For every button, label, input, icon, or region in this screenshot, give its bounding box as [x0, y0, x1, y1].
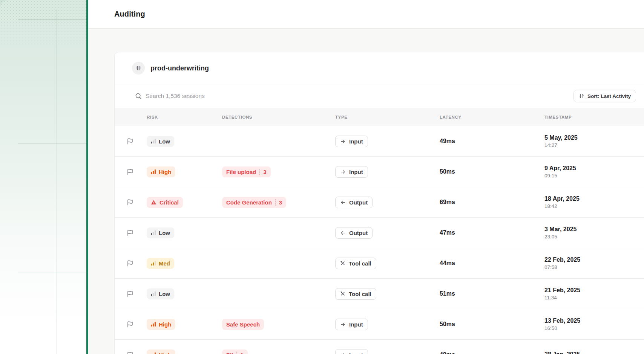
- arrow-right-icon: [340, 352, 346, 354]
- risk-bars-icon: [151, 139, 156, 143]
- detection-badge: Safe Speech: [222, 319, 264, 330]
- timestamp-date: 28 Jan, 2025: [544, 351, 644, 354]
- table-row[interactable]: Critical Code Generation3 Output 69ms 18…: [115, 187, 644, 218]
- latency-value: 49ms: [440, 351, 544, 354]
- latency-value: 69ms: [440, 199, 544, 206]
- timestamp-time: 09:15: [544, 173, 644, 179]
- latency-value: 47ms: [440, 229, 544, 236]
- timestamp-time: 18:42: [544, 203, 644, 209]
- col-detections: Detections: [222, 115, 335, 119]
- type-chip: Output: [335, 197, 373, 208]
- risk-bars-icon: [151, 230, 156, 235]
- risk-badge: Critical: [147, 197, 183, 208]
- sort-button-label: Sort: Last Activity: [587, 93, 631, 99]
- risk-bars-icon: [151, 261, 156, 266]
- detection-badge: Code Generation3: [222, 197, 286, 208]
- flag-button[interactable]: [127, 168, 133, 175]
- timestamp-date: 22 Feb, 2025: [544, 256, 644, 263]
- type-chip: Output: [335, 227, 373, 239]
- arrow-right-icon: [340, 322, 346, 327]
- col-type: Type: [335, 115, 440, 119]
- arrow-left-icon: [340, 200, 346, 205]
- detection-count: 3: [275, 199, 282, 206]
- latency-value: 50ms: [440, 321, 544, 328]
- arrow-left-icon: [340, 230, 346, 236]
- grid-line-horizontal: [18, 143, 86, 144]
- flag-icon: [127, 290, 133, 297]
- flag-icon: [127, 229, 133, 236]
- risk-badge: Med: [147, 258, 174, 269]
- grid-line-vertical: [57, 9, 57, 354]
- main-area: Auditing prod-underwriting: [88, 0, 644, 354]
- flag-button[interactable]: [127, 199, 133, 206]
- timestamp-date: 3 Mar, 2025: [544, 226, 644, 233]
- latency-value: 50ms: [440, 168, 544, 175]
- arrow-right-icon: [340, 139, 346, 144]
- grid-line-horizontal: [18, 273, 86, 273]
- type-chip: Tool call: [335, 288, 376, 300]
- col-risk: Risk: [147, 115, 222, 119]
- page-header: Auditing: [88, 0, 644, 29]
- flag-icon: [127, 260, 133, 267]
- warning-triangle-icon: [151, 200, 156, 205]
- risk-badge: Low: [147, 227, 174, 238]
- timestamp-time: 07:58: [544, 264, 644, 270]
- risk-badge: High: [147, 349, 175, 354]
- card-header: prod-underwriting: [115, 52, 644, 84]
- arrow-down-up-icon: [579, 93, 584, 99]
- tools-icon: [340, 291, 345, 296]
- risk-bars-icon: [151, 291, 156, 296]
- table-row[interactable]: High File upload3 Input 50ms 9 Apr, 2025…: [115, 157, 644, 187]
- search-bar[interactable]: [135, 93, 644, 99]
- flag-icon: [127, 138, 133, 145]
- risk-badge: High: [147, 319, 175, 330]
- flag-button[interactable]: [127, 138, 133, 145]
- detection-badge: PII1: [222, 349, 248, 354]
- type-chip: Input: [335, 166, 368, 178]
- flag-button[interactable]: [127, 290, 133, 297]
- arrow-right-icon: [340, 169, 346, 175]
- timestamp-date: 18 Apr, 2025: [544, 195, 644, 202]
- search-icon: [135, 93, 142, 99]
- flag-icon: [127, 321, 133, 328]
- flag-button[interactable]: [127, 321, 133, 328]
- table-row[interactable]: High PII1 Input 49ms 28 Jan, 2025: [115, 340, 644, 354]
- flag-button[interactable]: [127, 351, 133, 354]
- type-chip: Input: [335, 319, 368, 330]
- table-row[interactable]: Low Tool call 51ms 21 Feb, 202511:34: [115, 279, 644, 309]
- detection-badge: File upload3: [222, 166, 271, 177]
- risk-bars-icon: [151, 322, 156, 327]
- flag-button[interactable]: [127, 229, 133, 236]
- timestamp-date: 5 May, 2025: [544, 134, 644, 141]
- latency-value: 51ms: [440, 290, 544, 297]
- flag-icon: [127, 199, 133, 206]
- flag-button[interactable]: [127, 260, 133, 267]
- col-latency: Latency: [440, 115, 544, 119]
- latency-value: 44ms: [440, 260, 544, 267]
- table-row[interactable]: Low Input 49ms 5 May, 202514:27: [115, 126, 644, 157]
- timestamp-time: 23:05: [544, 234, 644, 240]
- decorative-side-panel: [0, 0, 86, 354]
- search-input[interactable]: [146, 93, 379, 99]
- sort-button[interactable]: Sort: Last Activity: [573, 90, 636, 102]
- grid-line-horizontal: [18, 19, 86, 20]
- timestamp-date: 13 Feb, 2025: [544, 317, 644, 324]
- table-header: Risk Detections Type Latency Timestamp: [115, 108, 644, 126]
- flag-icon: [127, 351, 133, 354]
- table-row[interactable]: Low Output 47ms 3 Mar, 202523:05: [115, 218, 644, 248]
- dot-texture: [0, 0, 86, 56]
- latency-value: 49ms: [440, 138, 544, 145]
- timestamp-time: 11:34: [544, 295, 644, 301]
- sessions-card: prod-underwriting Sort: Last Activity: [114, 52, 644, 354]
- flag-icon: [127, 168, 133, 175]
- risk-badge: Low: [147, 136, 174, 147]
- type-chip: Input: [335, 136, 368, 147]
- risk-badge: High: [147, 166, 175, 177]
- page-title: Auditing: [114, 10, 145, 18]
- timestamp-date: 9 Apr, 2025: [544, 165, 644, 172]
- toolbar: Sort: Last Activity: [115, 84, 644, 108]
- table-row[interactable]: High Safe Speech Input 50ms 13 Feb, 2025…: [115, 309, 644, 340]
- shield-icon: [135, 65, 142, 72]
- risk-badge: Low: [147, 288, 174, 299]
- table-row[interactable]: Med Tool call 44ms 22 Feb, 202507:58: [115, 248, 644, 279]
